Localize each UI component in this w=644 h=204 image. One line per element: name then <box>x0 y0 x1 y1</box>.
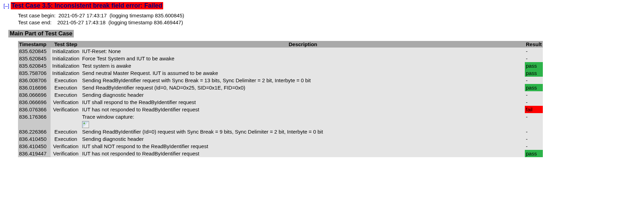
table-row: 836.008706ExecutionSending ReadByIdentif… <box>18 77 543 84</box>
test-steps-table: Timestamp Test Step Description Result 8… <box>18 41 543 157</box>
cell-timestamp: 836.410450 <box>18 135 51 143</box>
cell-description: IUT-Reset: None <box>81 48 525 55</box>
table-row: 836.226366ExecutionSending ReadByIdentif… <box>18 128 543 135</box>
meta-end: Test case end: 2021-05-27 17:43:18 (logg… <box>18 19 183 25</box>
cell-step: Initialization <box>51 62 81 69</box>
table-row: 835.758706InitializationSend neutral Mas… <box>18 69 543 77</box>
cell-timestamp: 836.016696 <box>18 84 51 91</box>
cell-result: - <box>525 91 543 99</box>
cell-description: Send neutral Master Request. IUT is assu… <box>81 69 525 77</box>
cell-timestamp: 835.620845 <box>18 55 51 62</box>
cell-description: Test system is awake <box>81 62 525 69</box>
cell-description: Sending diagnostic header <box>81 91 525 99</box>
cell-result: pass <box>525 150 543 157</box>
cell-timestamp: 836.066696 <box>18 99 51 106</box>
cell-step: Verification <box>51 99 81 106</box>
broken-image-icon <box>82 121 89 128</box>
cell-step: Initialization <box>51 55 81 62</box>
cell-result: - <box>525 55 543 62</box>
cell-step: Initialization <box>51 69 81 77</box>
cell-result: pass <box>525 84 543 91</box>
cell-result: pass <box>525 69 543 77</box>
table-row: 835.620845InitializationIUT-Reset: None- <box>18 48 543 55</box>
section-heading: Main Part of Test Case <box>8 30 74 37</box>
cell-result: - <box>525 99 543 106</box>
cell-timestamp: 836.226366 <box>18 128 51 135</box>
cell-step: Initialization <box>51 48 81 55</box>
col-description: Description <box>81 41 525 48</box>
col-test-step: Test Step <box>51 41 81 48</box>
cell-description: Sending diagnostic header <box>81 135 525 143</box>
table-row: 836.410450ExecutionSending diagnostic he… <box>18 135 543 143</box>
cell-timestamp: 836.410450 <box>18 143 51 150</box>
cell-result: - <box>525 143 543 150</box>
table-row: 836.176366Trace window capture:- <box>18 113 543 128</box>
table-row: 836.016696ExecutionSend ReadByIdentifier… <box>18 84 543 91</box>
table-row: 836.066696VerificationIUT shall respond … <box>18 99 543 106</box>
cell-step: Execution <box>51 128 81 135</box>
cell-description: IUT has not responded to ReadByIdentifie… <box>81 106 525 113</box>
cell-timestamp: 835.758706 <box>18 69 51 77</box>
cell-timestamp: 836.066696 <box>18 91 51 99</box>
cell-timestamp: 835.620845 <box>18 48 51 55</box>
col-result: Result <box>525 41 543 48</box>
cell-result: fail <box>525 106 543 113</box>
meta-begin: Test case begin: 2021-05-27 17:43:17 (lo… <box>18 12 184 18</box>
cell-result: - <box>525 128 543 135</box>
cell-description: Send ReadByIdentifier request (Id=0, NAD… <box>81 84 525 91</box>
table-row: 836.076366VerificationIUT has not respon… <box>18 106 543 113</box>
test-case-title: Test Case 3.5: Inconsistent break field … <box>11 2 163 9</box>
cell-timestamp: 836.076366 <box>18 106 51 113</box>
cell-step: Verification <box>51 106 81 113</box>
cell-result: - <box>525 48 543 55</box>
table-row: 836.419447VerificationIUT has not respon… <box>18 150 543 157</box>
cell-step: Execution <box>51 91 81 99</box>
cell-description: IUT has not responded to ReadByIdentifie… <box>81 150 525 157</box>
cell-description: Sending ReadByIdentifier request with Sy… <box>81 77 525 84</box>
col-timestamp: Timestamp <box>18 41 51 48</box>
cell-description: Sending ReadByIdentifier (Id=0) request … <box>81 128 525 135</box>
table-row: 835.620845InitializationForce Test Syste… <box>18 55 543 62</box>
cell-timestamp: 836.176366 <box>18 113 51 128</box>
cell-result: - <box>525 77 543 84</box>
cell-timestamp: 835.620845 <box>18 62 51 69</box>
table-row: 836.410450VerificationIUT shall NOT resp… <box>18 143 543 150</box>
cell-timestamp: 836.008706 <box>18 77 51 84</box>
table-header-row: Timestamp Test Step Description Result <box>18 41 543 48</box>
cell-step <box>51 113 81 128</box>
cell-step: Execution <box>51 77 81 84</box>
cell-result: - <box>525 135 543 143</box>
test-case-meta: Test case begin: 2021-05-27 17:43:17 (lo… <box>18 12 641 26</box>
cell-description: IUT shall NOT respond to the ReadByIdent… <box>81 143 525 150</box>
cell-description: IUT shall respond to the ReadByIdentifie… <box>81 99 525 106</box>
cell-result: - <box>525 113 543 128</box>
cell-result: pass <box>525 62 543 69</box>
cell-step: Verification <box>51 150 81 157</box>
table-row: 836.066696ExecutionSending diagnostic he… <box>18 91 543 99</box>
cell-description: Trace window capture: <box>81 113 525 128</box>
cell-step: Execution <box>51 84 81 91</box>
cell-description: Force Test System and IUT to be awake <box>81 55 525 62</box>
cell-step: Verification <box>51 143 81 150</box>
cell-timestamp: 836.419447 <box>18 150 51 157</box>
cell-step: Execution <box>51 135 81 143</box>
table-row: 835.620845InitializationTest system is a… <box>18 62 543 69</box>
collapse-toggle[interactable]: [–] <box>3 3 9 9</box>
